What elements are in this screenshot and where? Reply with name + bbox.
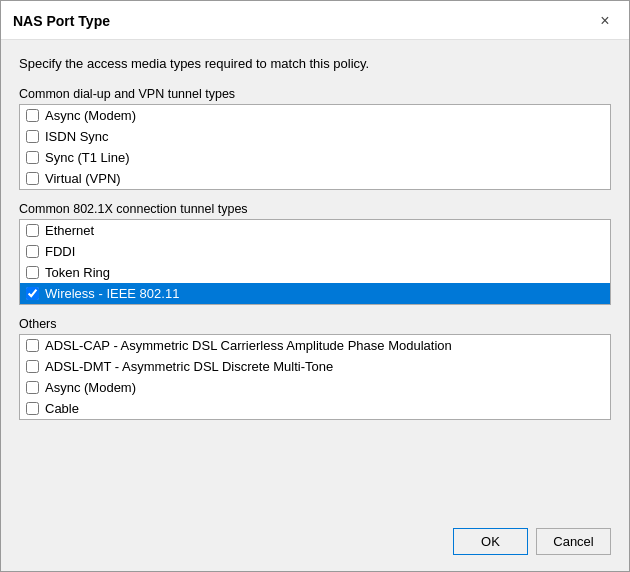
ieee8021x-title: Common 802.1X connection tunnel types bbox=[19, 202, 611, 216]
others-scrollable-list[interactable]: ADSL-CAP - Asymmetric DSL Carrierless Am… bbox=[20, 335, 610, 419]
close-button[interactable]: × bbox=[593, 9, 617, 33]
dialup-vpn-title: Common dial-up and VPN tunnel types bbox=[19, 87, 611, 101]
list-item[interactable]: Async (Modem) bbox=[20, 105, 610, 126]
isdn-sync-label: ISDN Sync bbox=[45, 129, 109, 144]
async-modem2-label: Async (Modem) bbox=[45, 380, 136, 395]
dialup-vpn-section: Common dial-up and VPN tunnel types Asyn… bbox=[19, 87, 611, 190]
ieee8021x-list: Ethernet FDDI Token Ring Wireless - IEEE… bbox=[19, 219, 611, 305]
list-item[interactable]: Token Ring bbox=[20, 262, 610, 283]
list-item[interactable]: Ethernet bbox=[20, 220, 610, 241]
nas-port-type-dialog: NAS Port Type × Specify the access media… bbox=[0, 0, 630, 572]
wireless-item[interactable]: Wireless - IEEE 802.11 bbox=[20, 283, 610, 304]
list-item[interactable]: Async (Modem) bbox=[20, 377, 610, 398]
list-item[interactable]: FDDI bbox=[20, 241, 610, 262]
token-ring-checkbox[interactable] bbox=[26, 266, 39, 279]
others-title: Others bbox=[19, 317, 611, 331]
list-item[interactable]: Cable bbox=[20, 398, 610, 419]
cable-label: Cable bbox=[45, 401, 79, 416]
list-item[interactable]: ADSL-DMT - Asymmetric DSL Discrete Multi… bbox=[20, 356, 610, 377]
others-section: Others ADSL-CAP - Asymmetric DSL Carrier… bbox=[19, 317, 611, 420]
ethernet-checkbox[interactable] bbox=[26, 224, 39, 237]
ok-button[interactable]: OK bbox=[453, 528, 528, 555]
token-ring-label: Token Ring bbox=[45, 265, 110, 280]
adsl-cap-label: ADSL-CAP - Asymmetric DSL Carrierless Am… bbox=[45, 338, 452, 353]
others-list-wrapper: ADSL-CAP - Asymmetric DSL Carrierless Am… bbox=[19, 334, 611, 420]
fddi-label: FDDI bbox=[45, 244, 75, 259]
wireless-label: Wireless - IEEE 802.11 bbox=[45, 286, 179, 301]
adsl-dmt-label: ADSL-DMT - Asymmetric DSL Discrete Multi… bbox=[45, 359, 333, 374]
wireless-checkbox[interactable] bbox=[26, 287, 39, 300]
isdn-sync-checkbox[interactable] bbox=[26, 130, 39, 143]
cancel-button[interactable]: Cancel bbox=[536, 528, 611, 555]
dialog-title: NAS Port Type bbox=[13, 13, 110, 29]
ieee8021x-section: Common 802.1X connection tunnel types Et… bbox=[19, 202, 611, 305]
dialup-vpn-list: Async (Modem) ISDN Sync Sync (T1 Line) V… bbox=[19, 104, 611, 190]
async-modem-label: Async (Modem) bbox=[45, 108, 136, 123]
list-item[interactable]: Sync (T1 Line) bbox=[20, 147, 610, 168]
list-item[interactable]: ADSL-CAP - Asymmetric DSL Carrierless Am… bbox=[20, 335, 610, 356]
async-modem2-checkbox[interactable] bbox=[26, 381, 39, 394]
list-item[interactable]: ISDN Sync bbox=[20, 126, 610, 147]
virtual-vpn-checkbox[interactable] bbox=[26, 172, 39, 185]
fddi-checkbox[interactable] bbox=[26, 245, 39, 258]
sync-t1-label: Sync (T1 Line) bbox=[45, 150, 130, 165]
cable-checkbox[interactable] bbox=[26, 402, 39, 415]
dialog-content: Specify the access media types required … bbox=[1, 40, 629, 518]
sync-t1-checkbox[interactable] bbox=[26, 151, 39, 164]
ethernet-label: Ethernet bbox=[45, 223, 94, 238]
dialog-footer: OK Cancel bbox=[1, 518, 629, 571]
title-bar: NAS Port Type × bbox=[1, 1, 629, 40]
async-modem-checkbox[interactable] bbox=[26, 109, 39, 122]
description-text: Specify the access media types required … bbox=[19, 56, 611, 71]
adsl-cap-checkbox[interactable] bbox=[26, 339, 39, 352]
adsl-dmt-checkbox[interactable] bbox=[26, 360, 39, 373]
virtual-vpn-label: Virtual (VPN) bbox=[45, 171, 121, 186]
list-item[interactable]: Virtual (VPN) bbox=[20, 168, 610, 189]
